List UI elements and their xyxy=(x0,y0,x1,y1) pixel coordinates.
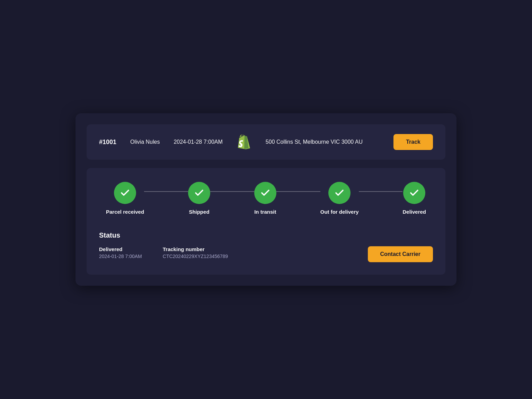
status-row: Delivered 2024-01-28 7:00AM Tracking num… xyxy=(99,246,433,262)
order-address: 500 Collins St, Melbourne VIC 3000 AU xyxy=(266,139,380,145)
step-label-out-for-delivery: Out for delivery xyxy=(320,209,359,215)
tracking-number-label: Tracking number xyxy=(163,246,228,252)
tracking-card: Parcel received Shipped In trans xyxy=(87,168,445,275)
connector-4 xyxy=(359,191,403,192)
contact-carrier-button[interactable]: Contact Carrier xyxy=(368,246,433,262)
step-delivered: Delivered xyxy=(402,182,426,215)
order-date: 2024-01-28 7:00AM xyxy=(174,139,222,145)
order-id: #1001 xyxy=(99,139,116,146)
status-delivered-block: Delivered 2024-01-28 7:00AM xyxy=(99,246,142,259)
step-shipped: Shipped xyxy=(188,182,210,215)
step-circle-out-for-delivery xyxy=(328,182,351,204)
step-label-shipped: Shipped xyxy=(189,209,209,215)
status-delivered-label: Delivered xyxy=(99,246,142,252)
track-button[interactable]: Track xyxy=(393,134,433,150)
customer-name: Olivia Nules xyxy=(130,139,160,145)
step-parcel-received: Parcel received xyxy=(106,182,144,215)
check-icon xyxy=(120,188,130,198)
step-circle-parcel-received xyxy=(114,182,136,204)
status-delivered-date: 2024-01-28 7:00AM xyxy=(99,254,142,259)
connector-1 xyxy=(144,191,188,192)
status-title: Status xyxy=(99,231,433,239)
tracking-number-block: Tracking number CTC20240229XYZ123456789 xyxy=(163,246,228,259)
check-icon xyxy=(334,188,345,198)
steps-row: Parcel received Shipped In trans xyxy=(99,182,433,215)
shopify-icon xyxy=(237,134,252,150)
connector-2 xyxy=(210,191,254,192)
step-circle-delivered xyxy=(403,182,425,204)
step-circle-shipped xyxy=(188,182,210,204)
check-icon xyxy=(194,188,204,198)
check-icon xyxy=(260,188,271,198)
step-circle-in-transit xyxy=(254,182,276,204)
connector-3 xyxy=(276,191,320,192)
main-container: #1001 Olivia Nules 2024-01-28 7:00AM 500… xyxy=(76,113,456,286)
step-out-for-delivery: Out for delivery xyxy=(320,182,359,215)
check-icon xyxy=(409,188,419,198)
step-label-in-transit: In transit xyxy=(254,209,276,215)
step-label-delivered: Delivered xyxy=(402,209,426,215)
tracking-number-value: CTC20240229XYZ123456789 xyxy=(163,254,228,259)
step-in-transit: In transit xyxy=(254,182,276,215)
status-section: Status Delivered 2024-01-28 7:00AM Track… xyxy=(99,229,433,262)
step-label-parcel-received: Parcel received xyxy=(106,209,144,215)
order-card: #1001 Olivia Nules 2024-01-28 7:00AM 500… xyxy=(87,124,445,160)
